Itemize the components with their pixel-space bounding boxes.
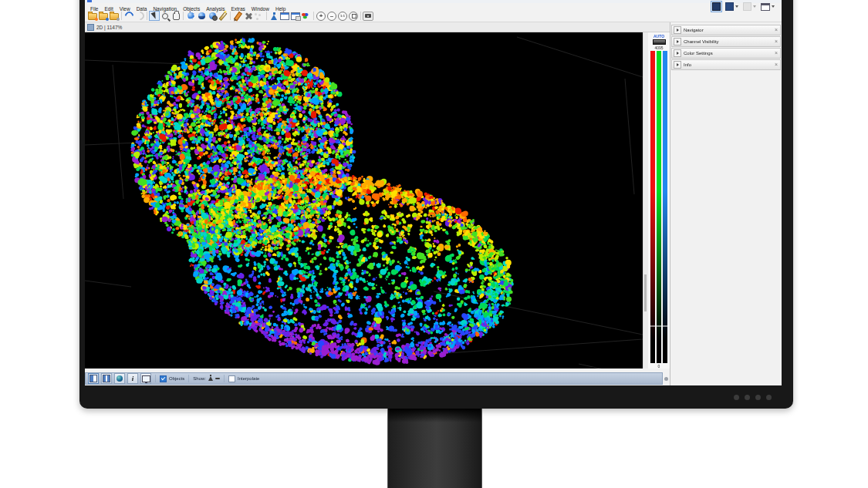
show-dash-icon[interactable]	[215, 378, 220, 379]
flask-icon	[271, 15, 277, 20]
toolbar-separator	[313, 12, 314, 20]
objects-label: Objects	[169, 376, 184, 381]
histogram-button[interactable]	[653, 39, 666, 45]
render-icon	[209, 12, 216, 19]
window-view-button[interactable]	[759, 2, 776, 12]
show-flask-icon[interactable]	[208, 376, 213, 381]
close-icon[interactable]: ×	[775, 49, 778, 58]
title-bar	[85, 0, 782, 3]
wand-button[interactable]	[218, 11, 228, 21]
colorwheel-button[interactable]	[301, 11, 312, 21]
toolbar-separator	[183, 12, 184, 20]
resize-knob[interactable]	[664, 377, 668, 381]
toolbar-separator	[121, 12, 122, 20]
app-icon	[87, 0, 92, 2]
view-switcher	[711, 1, 782, 12]
folder-open-button[interactable]	[87, 11, 98, 21]
zoom-out-button[interactable]	[326, 11, 337, 21]
3d-viewport-canvas[interactable]	[85, 32, 643, 369]
wand-icon	[219, 12, 228, 21]
panel-section-navigator[interactable]: Navigator×	[671, 25, 781, 35]
shade-button[interactable]	[196, 11, 207, 21]
objects-checkbox[interactable]	[160, 375, 167, 382]
one-to-one-button[interactable]	[337, 11, 348, 21]
range-marker[interactable]	[657, 325, 661, 327]
pointer-icon	[151, 12, 158, 20]
single-view-button[interactable]	[711, 1, 722, 12]
monitor-stand	[387, 409, 482, 488]
auto-range-label[interactable]: AUTO	[654, 34, 664, 39]
range-marker[interactable]	[663, 325, 667, 327]
chevron-down-icon	[753, 5, 756, 8]
undo-button[interactable]	[123, 11, 134, 21]
tools-button[interactable]	[243, 11, 254, 21]
show-label: Show:	[193, 376, 206, 381]
zoom-out-icon	[327, 12, 336, 21]
interpolate-checkbox[interactable]	[228, 375, 235, 382]
folder-new-icon	[110, 13, 119, 20]
chevron-right-icon[interactable]	[674, 26, 681, 34]
single-view-icon	[712, 2, 721, 11]
fit-button[interactable]	[348, 11, 359, 21]
zoom-icon	[162, 13, 168, 19]
close-icon[interactable]: ×	[775, 37, 778, 46]
display-button[interactable]	[140, 373, 151, 384]
chevron-right-icon[interactable]	[674, 38, 681, 45]
toolbar-separator	[266, 12, 267, 20]
panel-section-info[interactable]: Info×	[671, 59, 781, 70]
plane-slider[interactable]	[643, 32, 648, 369]
viewport-mode-icon[interactable]	[87, 24, 94, 31]
redo-button[interactable]	[134, 11, 145, 21]
panel-section-label: Info	[684, 60, 691, 69]
pencil-icon	[234, 11, 242, 20]
zoom-in-button[interactable]	[316, 11, 326, 21]
menu-bar: FileEditViewDataNavigationObjectsAnalysi…	[85, 3, 782, 10]
channel-gradient-bar-3[interactable]	[663, 51, 667, 363]
grid-view-button[interactable]	[741, 1, 758, 12]
bottom-strip	[85, 385, 670, 385]
status-bar: iObjectsShow:Interpolate	[85, 372, 663, 385]
table-a-button[interactable]	[279, 11, 290, 21]
channel-gradient-bar-1[interactable]	[650, 51, 655, 363]
panel-section-color-settings[interactable]: Color Settings×	[671, 48, 781, 59]
info-button[interactable]: i	[127, 373, 138, 384]
colorbar-max-label: 4095	[654, 45, 663, 50]
orbit-button[interactable]	[185, 11, 196, 21]
column-view-button[interactable]	[101, 373, 112, 384]
nodes-button[interactable]	[254, 11, 265, 21]
chevron-right-icon[interactable]	[674, 61, 681, 69]
hand-button[interactable]	[171, 11, 181, 21]
globe-button[interactable]	[114, 373, 125, 384]
render-button[interactable]	[207, 11, 218, 21]
plane-slider-handle[interactable]	[644, 274, 647, 311]
zoom-button[interactable]	[160, 11, 171, 21]
camera-button[interactable]	[363, 11, 373, 21]
range-marker[interactable]	[650, 325, 655, 327]
tools-icon	[245, 12, 252, 20]
display-icon	[142, 375, 150, 382]
panel-section-label: Navigator	[684, 25, 704, 35]
channel-colorbar-panel: AUTO 4095 0	[648, 32, 670, 369]
close-icon[interactable]: ×	[775, 60, 778, 69]
flask-button[interactable]	[269, 11, 279, 21]
folder-save-button[interactable]	[98, 11, 109, 21]
close-icon[interactable]: ×	[775, 25, 778, 35]
split-view-button[interactable]	[88, 373, 99, 384]
chevron-right-icon[interactable]	[674, 49, 681, 57]
shade-icon	[198, 12, 205, 19]
panel-section-channel-visibility[interactable]: Channel Visibility×	[671, 36, 781, 47]
chevron-down-icon	[735, 5, 738, 8]
table-b-button[interactable]	[290, 11, 301, 21]
table-b-icon	[291, 12, 300, 20]
channel-gradient-bar-2[interactable]	[657, 51, 661, 363]
folder-new-button[interactable]	[109, 11, 120, 21]
status-separator	[224, 375, 225, 382]
nodes-icon	[255, 13, 257, 15]
pencil-button[interactable]	[232, 11, 243, 21]
column-view-button[interactable]	[724, 1, 740, 12]
pointer-button[interactable]	[149, 11, 160, 21]
window-view-icon	[761, 3, 770, 11]
globe-icon	[117, 375, 123, 382]
info-icon: i	[132, 375, 134, 382]
undo-icon	[123, 10, 135, 22]
